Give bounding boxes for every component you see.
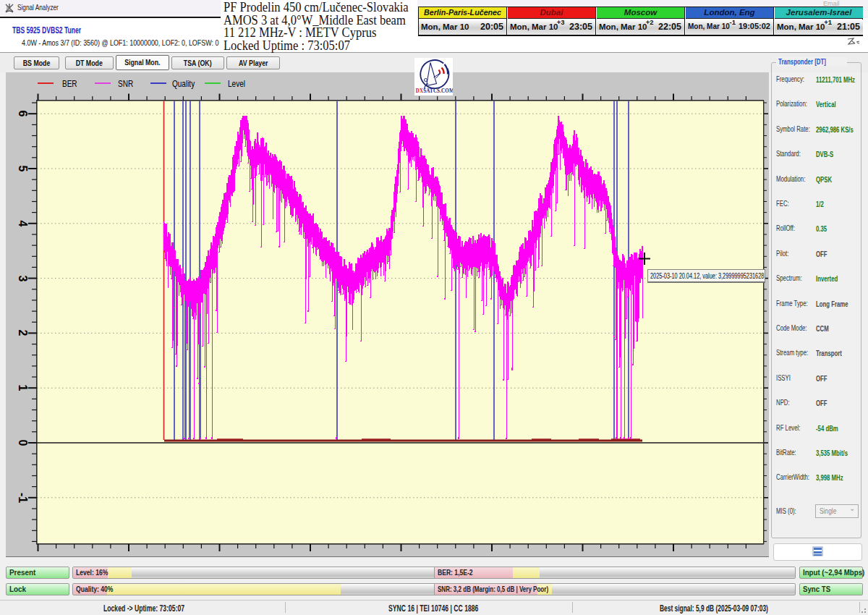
- svg-text:DXSATCS.COM: DXSATCS.COM: [416, 88, 453, 95]
